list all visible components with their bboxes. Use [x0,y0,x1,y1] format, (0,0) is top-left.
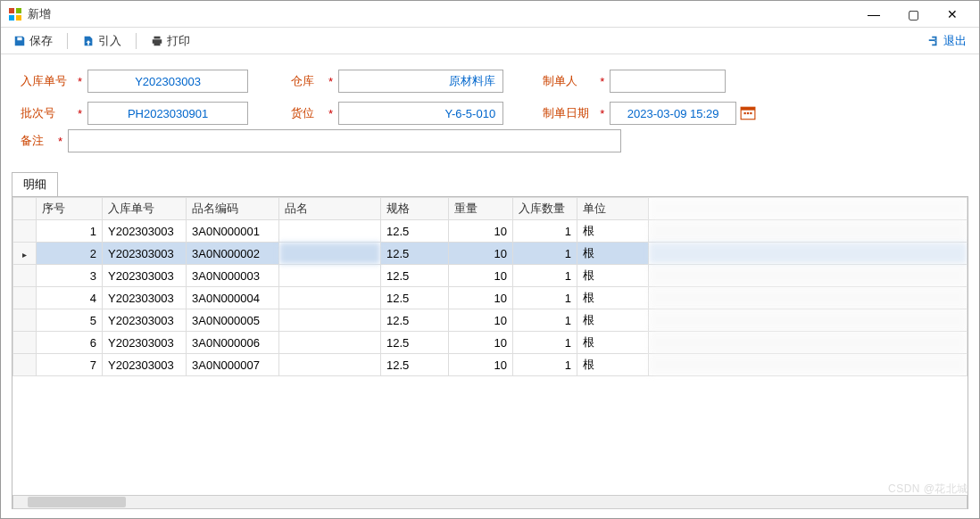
calendar-icon[interactable] [740,105,756,121]
cell-pm[interactable] [279,354,381,376]
print-icon [151,35,163,47]
cell-gg[interactable]: 12.5 [381,309,449,332]
cell-pm[interactable] [279,332,381,354]
cell-seq[interactable]: 2 [37,243,103,265]
grid-header-row: 序号 入库单号 品名编码 品名 规格 重量 入库数量 单位 [13,198,968,220]
scrollbar-thumb[interactable] [28,497,126,507]
cell-rkdh[interactable]: Y202303003 [103,243,187,265]
table-row[interactable]: 3Y2023030033A0N00000312.5101根 [13,265,968,287]
cell-pm[interactable] [279,243,381,265]
cell-dw[interactable]: 根 [577,265,649,287]
cell-zl[interactable]: 10 [449,243,513,265]
cell-pm[interactable] [279,309,381,332]
cell-rksl[interactable]: 1 [513,287,577,309]
horizontal-scrollbar[interactable] [12,495,968,509]
input-ck[interactable]: 原材料库 [338,70,503,93]
cell-gg[interactable]: 12.5 [381,332,449,354]
exit-button[interactable]: 退出 [922,30,972,52]
cell-dw[interactable]: 根 [577,220,649,243]
table-row[interactable]: 1Y2023030033A0N00000112.5101根 [13,220,968,243]
cell-rksl[interactable]: 1 [513,354,577,376]
col-gg[interactable]: 规格 [381,198,449,220]
exit-label: 退出 [943,33,967,49]
input-pch[interactable]: PH2023030901 [87,102,248,125]
col-dw[interactable]: 单位 [577,198,649,220]
cell-rksl[interactable]: 1 [513,332,577,354]
toolbar: 保存 引入 打印 退出 [1,28,979,54]
cell-gg[interactable]: 12.5 [381,265,449,287]
cell-seq[interactable]: 5 [37,309,103,332]
close-button[interactable]: ✕ [933,1,972,27]
import-button[interactable]: 引入 [77,30,127,52]
cell-zl[interactable]: 10 [449,354,513,376]
cell-dw[interactable]: 根 [577,332,649,354]
cell-pmbm[interactable]: 3A0N000003 [187,265,279,287]
table-row[interactable]: 2Y2023030033A0N00000212.5101根 [13,243,968,265]
cell-gg[interactable]: 12.5 [381,354,449,376]
col-rkdh[interactable]: 入库单号 [103,198,187,220]
cell-rksl[interactable]: 1 [513,243,577,265]
cell-rkdh[interactable]: Y202303003 [103,265,187,287]
col-rksl[interactable]: 入库数量 [513,198,577,220]
cell-dw[interactable]: 根 [577,243,649,265]
cell-seq[interactable]: 1 [37,220,103,243]
cell-pmbm[interactable]: 3A0N000007 [187,354,279,376]
cell-gg[interactable]: 12.5 [381,220,449,243]
cell-pmbm[interactable]: 3A0N000006 [187,332,279,354]
table-row[interactable]: 6Y2023030033A0N00000612.5101根 [13,332,968,354]
cell-seq[interactable]: 4 [37,287,103,309]
col-pmbm[interactable]: 品名编码 [187,198,279,220]
cell-rksl[interactable]: 1 [513,265,577,287]
cell-pmbm[interactable]: 3A0N000004 [187,287,279,309]
cell-dw[interactable]: 根 [577,309,649,332]
table-row[interactable]: 7Y2023030033A0N00000712.5101根 [13,354,968,376]
col-zl[interactable]: 重量 [449,198,513,220]
cell-rkdh[interactable]: Y202303003 [103,220,187,243]
cell-pmbm[interactable]: 3A0N000002 [187,243,279,265]
tab-detail[interactable]: 明细 [12,172,58,196]
save-button[interactable]: 保存 [8,30,58,52]
cell-pmbm[interactable]: 3A0N000005 [187,309,279,332]
cell-dw[interactable]: 根 [577,354,649,376]
cell-zl[interactable]: 10 [449,265,513,287]
maximize-button[interactable]: ▢ [893,1,933,27]
cell-pmbm[interactable]: 3A0N000001 [187,220,279,243]
tab-strip: 明细 [12,172,979,196]
cell-pm[interactable] [279,265,381,287]
cell-zl[interactable]: 10 [449,220,513,243]
cell-dw[interactable]: 根 [577,287,649,309]
cell-rkdh[interactable]: Y202303003 [103,332,187,354]
cell-pm[interactable] [279,220,381,243]
required-mark: * [328,75,333,88]
table-row[interactable]: 4Y2023030033A0N00000412.5101根 [13,287,968,309]
label-ck: 仓库 [291,73,327,89]
cell-rksl[interactable]: 1 [513,220,577,243]
app-icon [8,7,22,21]
input-rkdh[interactable]: Y202303003 [87,70,248,93]
print-button[interactable]: 打印 [145,30,195,52]
cell-rksl[interactable]: 1 [513,309,577,332]
input-hw[interactable]: Y-6-5-010 [338,102,503,125]
cell-gg[interactable]: 12.5 [381,243,449,265]
input-zdrq[interactable]: 2023-03-09 15:29 [610,102,736,125]
detail-grid[interactable]: 序号 入库单号 品名编码 品名 规格 重量 入库数量 单位 1Y20230300… [12,197,968,376]
input-bz[interactable] [68,129,621,152]
col-hidden [649,198,968,220]
cell-hidden [649,309,968,332]
cell-rkdh[interactable]: Y202303003 [103,287,187,309]
cell-seq[interactable]: 7 [37,354,103,376]
cell-seq[interactable]: 6 [37,332,103,354]
col-pm[interactable]: 品名 [279,198,381,220]
col-seq[interactable]: 序号 [37,198,103,220]
cell-zl[interactable]: 10 [449,287,513,309]
cell-gg[interactable]: 12.5 [381,287,449,309]
cell-zl[interactable]: 10 [449,332,513,354]
cell-seq[interactable]: 3 [37,265,103,287]
cell-zl[interactable]: 10 [449,309,513,332]
table-row[interactable]: 5Y2023030033A0N00000512.5101根 [13,309,968,332]
cell-rkdh[interactable]: Y202303003 [103,354,187,376]
cell-rkdh[interactable]: Y202303003 [103,309,187,332]
minimize-button[interactable]: — [854,1,893,27]
input-zdr[interactable] [610,70,726,93]
cell-pm[interactable] [279,287,381,309]
